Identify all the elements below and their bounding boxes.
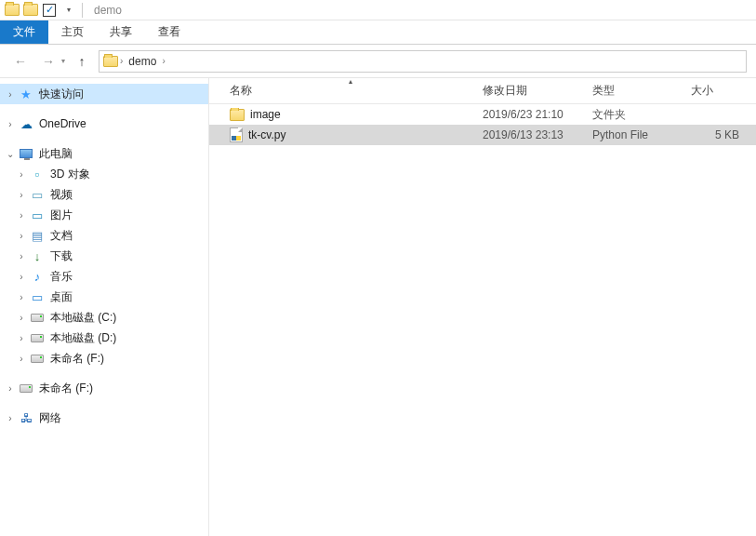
sidebar-item-doc-3[interactable]: ›▤文档 — [0, 225, 208, 246]
back-button[interactable]: ← — [9, 50, 32, 73]
sidebar-item-video-1[interactable]: ›▭视频 — [0, 184, 208, 205]
cell-type: 文件夹 — [587, 107, 685, 123]
sidebar-item-drive-7[interactable]: ›本地磁盘 (C:) — [0, 307, 208, 328]
sidebar-item-removable[interactable]: › 未命名 (F:) — [0, 378, 208, 398]
sidebar-item-dl-4[interactable]: ›↓下载 — [0, 246, 208, 266]
tab-home[interactable]: 主页 — [48, 20, 97, 44]
sidebar-item-label: 下载 — [50, 248, 73, 264]
collapse-icon[interactable]: ⌄ — [6, 149, 15, 159]
expand-icon[interactable]: › — [17, 333, 26, 343]
tab-share[interactable]: 共享 — [97, 20, 145, 44]
3d-icon: ▫ — [30, 167, 45, 181]
column-label: 类型 — [592, 83, 615, 99]
cloud-icon: ☁ — [19, 116, 33, 131]
app-folder-icon[interactable] — [4, 2, 20, 19]
column-label: 名称 — [230, 83, 252, 99]
sidebar-item-label: 桌面 — [50, 289, 73, 305]
history-dropdown-icon[interactable]: ▾ — [61, 57, 65, 65]
doc-icon: ▤ — [30, 228, 45, 243]
sidebar-item-label: 网络 — [39, 410, 61, 426]
expand-icon[interactable]: › — [6, 89, 15, 100]
sidebar-item-music-5[interactable]: ›♪音乐 — [0, 266, 208, 287]
properties-checkbox-icon[interactable]: ✓ — [41, 2, 58, 19]
expand-icon[interactable]: › — [6, 383, 15, 394]
cell-name: image — [224, 108, 477, 121]
sidebar-item-drive-9[interactable]: ›未命名 (F:) — [0, 348, 208, 368]
column-header-type[interactable]: 类型 — [587, 78, 685, 103]
sidebar-item-label: 图片 — [50, 208, 73, 223]
pic-icon: ▭ — [30, 208, 45, 222]
sidebar-item-network[interactable]: › 🖧 网络 — [0, 408, 208, 428]
cell-type: Python File — [587, 128, 685, 141]
file-rows[interactable]: image2019/6/23 21:10文件夹tk-cv.py2019/6/13… — [209, 104, 756, 536]
up-button[interactable]: ↑ — [71, 50, 93, 73]
expand-icon[interactable]: › — [17, 231, 26, 241]
sidebar-item-label: 文档 — [50, 228, 73, 244]
sidebar-item-desktop-6[interactable]: ›▭桌面 — [0, 287, 208, 307]
expand-icon[interactable]: › — [17, 292, 26, 302]
sidebar-item-label: 音乐 — [50, 269, 73, 285]
breadcrumb-demo[interactable]: demo — [125, 55, 160, 68]
explorer-body: › ★ 快速访问 › ☁ OneDrive ⌄ 此电脑 ›▫3D 对象›▭视频›… — [0, 78, 756, 536]
forward-button[interactable]: → — [37, 50, 60, 73]
tab-view[interactable]: 查看 — [145, 20, 193, 44]
column-label: 修改日期 — [483, 83, 527, 99]
sidebar-item-pic-2[interactable]: ›▭图片 — [0, 205, 208, 225]
sidebar-item-label: 快速访问 — [39, 87, 84, 102]
sidebar-item-label: 未命名 (F:) — [39, 381, 93, 396]
expand-icon[interactable]: › — [17, 169, 26, 180]
file-name: tk-cv.py — [248, 128, 285, 141]
folder-icon — [230, 109, 245, 121]
titlebar: ✓ ▾ demo — [0, 0, 756, 20]
sidebar-item-label: 未命名 (F:) — [50, 351, 104, 367]
sort-ascending-icon: ▴ — [349, 77, 352, 86]
sidebar-item-3d-0[interactable]: ›▫3D 对象 — [0, 164, 208, 184]
sidebar-item-this-pc[interactable]: ⌄ 此电脑 — [0, 143, 208, 164]
expand-icon[interactable]: › — [17, 251, 26, 261]
chevron-right-icon[interactable]: › — [162, 56, 165, 66]
star-icon: ★ — [19, 87, 33, 101]
navigation-bar: ← → ▾ ↑ › demo › — [0, 45, 756, 78]
address-bar[interactable]: › demo › — [99, 50, 747, 73]
expand-icon[interactable]: › — [17, 272, 26, 282]
file-row[interactable]: tk-cv.py2019/6/13 23:13Python File5 KB — [209, 125, 756, 145]
column-header-name[interactable]: ▴ 名称 — [224, 78, 477, 103]
sidebar-item-quick-access[interactable]: › ★ 快速访问 — [0, 84, 208, 104]
cell-date: 2019/6/13 23:13 — [477, 128, 587, 141]
dl-icon: ↓ — [30, 248, 45, 263]
expand-icon[interactable]: › — [6, 119, 15, 129]
expand-icon[interactable]: › — [17, 313, 26, 323]
video-icon: ▭ — [30, 187, 45, 202]
qat-separator — [82, 3, 83, 18]
file-name: image — [250, 108, 281, 121]
expand-icon[interactable]: › — [17, 354, 26, 364]
ribbon-tabs: 文件 主页 共享 查看 — [0, 20, 756, 45]
column-header-date[interactable]: 修改日期 — [477, 78, 587, 103]
sidebar-item-label: 本地磁盘 (D:) — [50, 330, 116, 346]
cell-size: 5 KB — [685, 128, 749, 141]
file-icon — [230, 127, 243, 142]
file-row[interactable]: image2019/6/23 21:10文件夹 — [209, 104, 756, 125]
sidebar-item-onedrive[interactable]: › ☁ OneDrive — [0, 114, 208, 134]
quick-folder-icon[interactable] — [22, 2, 39, 19]
tab-file[interactable]: 文件 — [0, 20, 48, 44]
cell-date: 2019/6/23 21:10 — [477, 108, 587, 121]
expand-icon[interactable]: › — [17, 190, 26, 200]
expand-icon[interactable]: › — [6, 413, 15, 423]
drive-icon — [19, 381, 33, 395]
music-icon: ♪ — [30, 269, 45, 284]
drive-icon — [30, 310, 45, 325]
computer-icon — [19, 146, 33, 161]
qat-dropdown-icon[interactable]: ▾ — [60, 2, 76, 19]
file-list-pane: ▴ 名称 修改日期 类型 大小 image2019/6/23 21:10文件夹t… — [209, 78, 756, 536]
expand-icon[interactable]: › — [17, 210, 26, 221]
sidebar-item-label: 视频 — [50, 187, 73, 203]
drive-icon — [30, 351, 45, 366]
chevron-right-icon[interactable]: › — [120, 56, 123, 66]
column-header-size[interactable]: 大小 — [685, 78, 749, 103]
desktop-icon: ▭ — [30, 289, 45, 304]
sidebar-item-label: 本地磁盘 (C:) — [50, 310, 116, 326]
navigation-pane[interactable]: › ★ 快速访问 › ☁ OneDrive ⌄ 此电脑 ›▫3D 对象›▭视频›… — [0, 78, 209, 536]
column-headers: ▴ 名称 修改日期 类型 大小 — [209, 78, 756, 104]
sidebar-item-drive-8[interactable]: ›本地磁盘 (D:) — [0, 328, 208, 348]
